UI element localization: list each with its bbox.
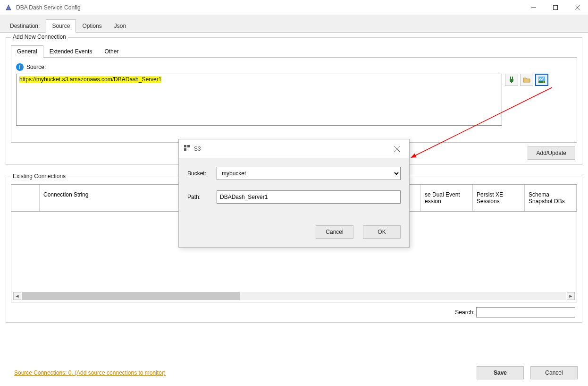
s3-dialog: S3 Bucket: mybucket Path: Cancel OK [178,139,410,248]
dialog-title: S3 [194,146,201,152]
dialog-cancel-button[interactable]: Cancel [316,225,353,239]
grid-col-schema-snapshot[interactable]: Schema Snapshot DBs [525,185,577,211]
connect-icon-button[interactable] [505,74,518,86]
tab-destination[interactable]: Destination: [4,19,46,33]
scroll-left-icon[interactable]: ◄ [13,292,21,300]
search-label: Search: [455,309,474,316]
grid-col-select[interactable] [11,185,40,211]
dialog-close-button[interactable] [389,141,404,156]
search-input[interactable] [476,307,575,317]
info-icon[interactable]: i [16,63,24,71]
window-title: DBA Dash Service Config [16,4,81,11]
subtab-extended-events[interactable]: Extended Events [43,45,99,58]
close-button[interactable] [566,0,588,15]
sub-tabs: General Extended Events Other [11,45,577,58]
cancel-button[interactable]: Cancel [530,366,578,379]
svg-rect-4 [510,77,511,79]
source-label: Source: [26,64,46,70]
svg-rect-11 [184,145,186,147]
svg-rect-13 [184,148,186,151]
svg-rect-12 [187,145,190,147]
add-update-button[interactable]: Add/Update [528,146,575,160]
tab-source[interactable]: Source [46,19,76,33]
add-new-connection-legend: Add New Connection [11,34,68,40]
svg-rect-5 [512,77,513,79]
main-tabs: Destination: Source Options Json [0,15,588,33]
dialog-icon [184,145,190,153]
maximize-button[interactable] [545,0,566,15]
svg-rect-6 [511,82,512,83]
scroll-right-icon[interactable]: ► [567,292,575,300]
subtab-other[interactable]: Other [98,45,125,58]
folder-icon-button[interactable] [520,74,533,86]
s3-icon-button[interactable] [535,74,548,86]
svg-rect-1 [554,5,558,9]
grid-col-persist-xe[interactable]: Persist XE Sessions [473,185,525,211]
footer: Source Connections: 0. (Add source conne… [0,360,588,386]
source-connections-link[interactable]: Source Connections: 0. (Add source conne… [14,369,166,376]
path-input[interactable] [217,190,401,204]
path-label: Path: [187,194,217,200]
tab-json[interactable]: Json [108,19,132,33]
tab-options[interactable]: Options [76,19,108,33]
titlebar: DBA Dash Service Config [0,0,588,15]
grid-horizontal-scrollbar[interactable]: ◄ ► [13,292,575,300]
grid-col-dual-event[interactable]: se Dual Event ession [421,185,473,211]
bucket-label: Bucket: [187,170,217,177]
save-button[interactable]: Save [477,366,524,379]
source-input[interactable]: https://mybucket.s3.amazonaws.com/DBADas… [16,74,502,126]
dialog-ok-button[interactable]: OK [363,225,401,239]
subtab-general[interactable]: General [11,45,43,58]
minimize-button[interactable] [523,0,545,15]
bucket-select[interactable]: mybucket [217,167,401,180]
existing-connections-legend: Existing Connections [11,173,67,180]
svg-point-9 [543,81,544,82]
dialog-titlebar[interactable]: S3 [179,139,409,158]
app-icon [5,4,12,11]
